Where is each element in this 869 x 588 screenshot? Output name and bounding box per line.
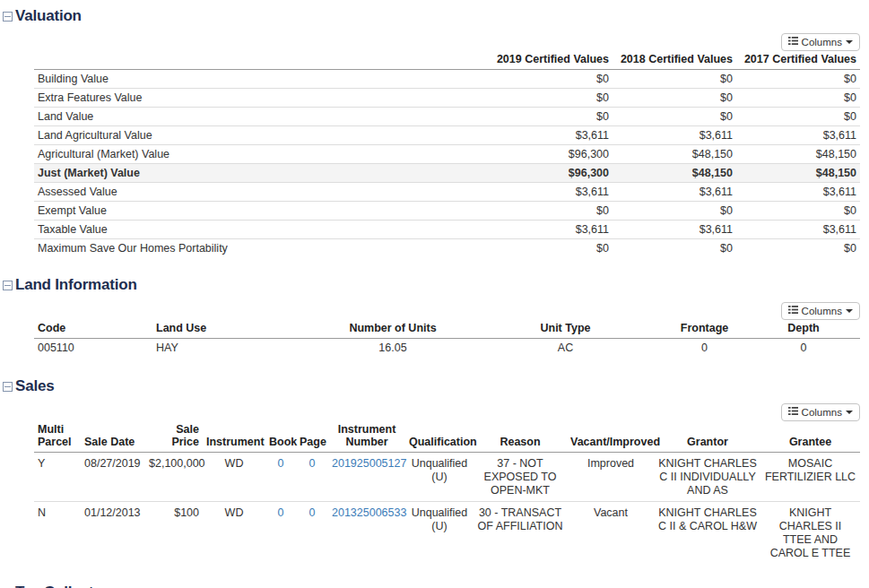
sales-header-instrument: Instrument [203,421,265,453]
sales-cell-multi-parcel: Y [34,453,81,502]
land-header-frontage: Frontage [662,320,747,339]
sales-header-row: Multi Parcel Sale Date Sale Price Instru… [34,421,860,453]
sales-header-grantor: Grantor [655,421,760,453]
valuation-cell: $96,300 [489,145,613,164]
valuation-cell: $0 [736,89,860,108]
valuation-row-label: Exempt Value [34,202,489,220]
sales-cell-reason: 30 - TRANSACT OF AFFILIATION [474,502,567,565]
collapse-icon[interactable] [3,281,13,290]
valuation-row-label: Building Value [34,70,489,89]
valuation-row-label: Land Agricultural Value [34,126,489,145]
valuation-toolbar: Columns [34,33,860,51]
valuation-cell: $48,150 [736,145,860,164]
valuation-header-2017: 2017 Certified Values [736,51,860,70]
page-link[interactable]: 0 [309,506,316,519]
valuation-cell: $96,300 [489,164,613,183]
valuation-cell: $48,150 [736,164,860,183]
sales-table-container: Columns Multi Parcel Sale Date Sale Pric… [34,403,860,564]
valuation-cell: $0 [489,202,613,220]
valuation-cell: $48,150 [613,164,736,183]
table-row: Land Value $0 $0 $0 [34,108,860,126]
collapse-icon[interactable] [3,12,13,22]
valuation-cell: $3,611 [613,126,736,145]
page-link[interactable]: 0 [309,457,316,470]
columns-list-icon [788,305,798,317]
valuation-row-label: Land Value [34,108,489,126]
instrument-number-link[interactable]: 201325006533 [332,506,406,519]
valuation-row-label: Extra Features Value [34,89,489,108]
land-cell-depth: 0 [747,339,860,358]
valuation-cell: $0 [489,70,613,89]
valuation-cell: $0 [736,108,860,126]
valuation-row-label: Just (Market) Value [34,164,489,183]
sales-cell-sale-price: $2,100,000 [145,453,203,502]
table-row: Building Value $0 $0 $0 [34,70,860,89]
section-title-valuation: Valuation [15,7,82,25]
valuation-cell: $3,611 [489,126,613,145]
columns-list-icon [788,36,798,48]
land-toolbar: Columns [34,302,860,320]
land-header-depth: Depth [747,320,860,339]
valuation-cell: $3,611 [489,183,613,202]
columns-button[interactable]: Columns [781,403,860,421]
section-title-land-information: Land Information [15,276,137,294]
sales-header-page: Page [296,421,328,453]
land-header-number-of-units: Number of Units [317,320,469,339]
columns-list-icon [788,406,798,419]
sales-cell-instrument-number: 201925005127 [328,453,405,502]
sales-header-qualification: Qualification [405,421,474,453]
sales-header-instrument-number: Instrument Number [328,421,405,453]
table-row: Agricultural (Market) Value $96,300 $48,… [34,145,860,164]
book-link[interactable]: 0 [278,457,284,470]
valuation-cell: $3,611 [736,183,860,202]
columns-button-label: Columns [802,37,842,48]
valuation-header-row: 2019 Certified Values 2018 Certified Val… [34,51,860,70]
tax-collector-section-heading: Tax Collector [3,584,869,588]
collapse-icon[interactable] [3,382,13,392]
section-title-tax-collector: Tax Collector [15,584,109,588]
columns-button[interactable]: Columns [781,33,860,51]
valuation-cell: $3,611 [489,220,613,239]
sales-header-sale-price: Sale Price [145,421,203,453]
sales-cell-vacant-improved: Vacant [567,502,655,565]
columns-button-label: Columns [802,407,842,419]
sales-cell-multi-parcel: N [34,502,81,565]
sales-cell-sale-date: 08/27/2019 [81,453,145,502]
land-information-table: Code Land Use Number of Units Unit Type … [34,320,860,357]
valuation-cell: $0 [736,202,860,220]
sales-cell-grantee: MOSAIC FERTILIZIER LLC [760,453,860,502]
sales-cell-grantee: KNIGHT CHARLES II TTEE AND CAROL E TTEE [760,502,860,565]
valuation-row-label: Assessed Value [34,183,489,202]
valuation-header-2019: 2019 Certified Values [489,51,613,70]
valuation-section-heading: Valuation [3,7,869,25]
sales-cell-sale-price: $100 [145,502,203,565]
valuation-cell: $0 [489,239,613,258]
sales-header-grantee: Grantee [760,421,860,453]
book-link[interactable]: 0 [278,506,284,519]
table-row-highlighted: Just (Market) Value $96,300 $48,150 $48,… [34,164,860,183]
sales-cell-vacant-improved: Improved [567,453,655,502]
valuation-row-label: Taxable Value [34,220,489,239]
instrument-number-link[interactable]: 201925005127 [332,457,406,470]
valuation-header-2018: 2018 Certified Values [613,51,736,70]
sales-header-reason: Reason [474,421,567,453]
table-row: N 01/12/2013 $100 WD 0 0 201325006533 Un… [34,502,860,565]
valuation-cell: $0 [489,108,613,126]
land-cell-unit-type: AC [469,339,662,358]
caret-down-icon [846,309,853,313]
columns-button[interactable]: Columns [781,302,860,320]
sales-cell-instrument: WD [203,502,265,565]
valuation-header-blank [34,51,489,70]
sales-cell-page: 0 [296,502,328,565]
valuation-cell: $0 [489,89,613,108]
land-header-unit-type: Unit Type [469,320,662,339]
sales-cell-instrument: WD [203,453,265,502]
valuation-cell: $0 [736,239,860,258]
sales-header-sale-date: Sale Date [81,421,145,453]
valuation-cell: $0 [613,70,736,89]
sales-cell-qualification: Unqualified (U) [405,453,474,502]
table-row: Y 08/27/2019 $2,100,000 WD 0 0 201925005… [34,453,860,502]
table-row: Exempt Value $0 $0 $0 [34,202,860,220]
valuation-cell: $0 [613,108,736,126]
sales-header-book: Book [265,421,296,453]
